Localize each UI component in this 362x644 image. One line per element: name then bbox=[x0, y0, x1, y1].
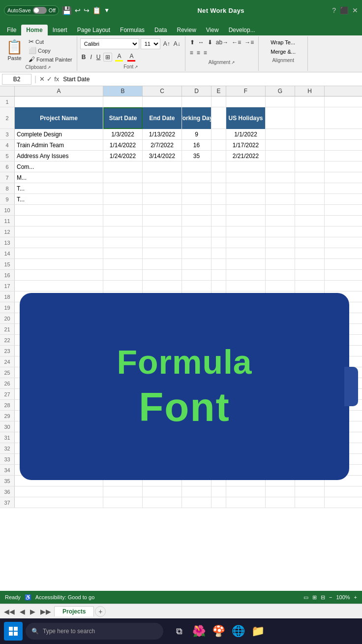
cell-b5[interactable]: 1/24/2022 bbox=[103, 151, 143, 161]
tab-review[interactable]: Review bbox=[172, 25, 201, 35]
cell-f9[interactable] bbox=[226, 194, 266, 204]
cell-d36[interactable] bbox=[182, 486, 211, 497]
cell-h7[interactable] bbox=[295, 172, 325, 183]
cell-d6[interactable] bbox=[182, 161, 211, 172]
cell-e1[interactable] bbox=[211, 97, 226, 107]
cell-f13[interactable] bbox=[226, 237, 266, 248]
cell-c11[interactable] bbox=[143, 216, 182, 226]
cell-b15[interactable] bbox=[103, 259, 143, 269]
task-view-button[interactable]: ⧉ bbox=[170, 622, 188, 640]
cell-a9[interactable]: T... bbox=[15, 194, 103, 204]
cell-a11[interactable] bbox=[15, 216, 103, 226]
cell-d8[interactable] bbox=[182, 183, 211, 193]
cell-a36[interactable] bbox=[15, 486, 103, 497]
page-view-normal[interactable]: ▭ bbox=[303, 594, 308, 601]
align-center-button[interactable]: ≡ bbox=[195, 49, 202, 57]
cell-e17[interactable] bbox=[211, 281, 226, 291]
cell-e15[interactable] bbox=[211, 259, 226, 269]
col-header-c[interactable]: C bbox=[143, 86, 182, 96]
taskbar-search-box[interactable]: 🔍 Type here to search bbox=[26, 623, 163, 640]
cell-h4[interactable] bbox=[295, 140, 325, 150]
cell-h16[interactable] bbox=[295, 270, 325, 280]
cell-b10[interactable] bbox=[103, 205, 143, 215]
cell-e9[interactable] bbox=[211, 194, 226, 204]
cell-c4[interactable]: 2/7/2022 bbox=[143, 140, 182, 150]
autosave-toggle[interactable] bbox=[33, 7, 47, 14]
cell-c6[interactable] bbox=[143, 161, 182, 172]
cell-g36[interactable] bbox=[266, 486, 295, 497]
add-sheet-button[interactable]: + bbox=[95, 606, 106, 617]
merge-cells-button[interactable]: Merge &... bbox=[269, 48, 298, 56]
align-bottom-button[interactable]: ⬇ bbox=[206, 38, 214, 46]
wrap-text-button[interactable]: Wrap Te... bbox=[269, 38, 298, 46]
autosave-badge[interactable]: AutoSave Off bbox=[4, 5, 59, 15]
cell-b4[interactable]: 1/14/2022 bbox=[103, 140, 143, 150]
cell-g3[interactable] bbox=[266, 129, 295, 139]
clipboard-expand-icon[interactable]: ↗ bbox=[47, 65, 51, 70]
cell-c1[interactable] bbox=[143, 97, 182, 107]
tab-insert[interactable]: Insert bbox=[48, 25, 72, 35]
cell-g37[interactable] bbox=[266, 497, 295, 508]
confirm-formula-icon[interactable]: ✓ bbox=[47, 75, 52, 83]
cell-d17[interactable] bbox=[182, 281, 211, 291]
cell-f14[interactable] bbox=[226, 248, 266, 258]
cell-h9[interactable] bbox=[295, 194, 325, 204]
undo-icon[interactable]: ↩ bbox=[75, 6, 81, 14]
mushroom-icon[interactable]: 🍄 bbox=[210, 622, 227, 640]
cell-c7[interactable] bbox=[143, 172, 182, 183]
cell-g2[interactable] bbox=[266, 107, 295, 129]
cell-d14[interactable] bbox=[182, 248, 211, 258]
sheet-tab-projects[interactable]: Projects bbox=[54, 606, 94, 616]
fill-color-button[interactable]: A bbox=[114, 52, 124, 62]
decrease-font-button[interactable]: A↓ bbox=[172, 40, 182, 48]
cell-c13[interactable] bbox=[143, 237, 182, 248]
cell-f6[interactable] bbox=[226, 161, 266, 172]
cell-g1[interactable] bbox=[266, 97, 295, 107]
cell-a13[interactable] bbox=[15, 237, 103, 248]
cell-h15[interactable] bbox=[295, 259, 325, 269]
cell-d9[interactable] bbox=[182, 194, 211, 204]
cell-a5[interactable]: Address Any Issues bbox=[15, 151, 103, 161]
cell-e36[interactable] bbox=[211, 486, 226, 497]
clipboard-icon[interactable]: 📋 bbox=[92, 6, 101, 14]
quick-access-more[interactable]: ▼ bbox=[104, 7, 110, 14]
cell-b6[interactable] bbox=[103, 161, 143, 172]
cell-e37[interactable] bbox=[211, 497, 226, 508]
cell-a7[interactable]: M... bbox=[15, 172, 103, 183]
cell-h5[interactable] bbox=[295, 151, 325, 161]
cell-h36[interactable] bbox=[295, 486, 325, 497]
cell-h11[interactable] bbox=[295, 216, 325, 226]
header-cell-us-holidays[interactable]: US Holidays bbox=[226, 107, 266, 129]
cell-e14[interactable] bbox=[211, 248, 226, 258]
format-painter-button[interactable]: 🖌 Format Painter bbox=[27, 55, 74, 64]
cell-b17[interactable] bbox=[103, 281, 143, 291]
cell-h3[interactable] bbox=[295, 129, 325, 139]
cell-a16[interactable] bbox=[15, 270, 103, 280]
tab-view[interactable]: View bbox=[201, 25, 224, 35]
cell-h14[interactable] bbox=[295, 248, 325, 258]
cell-a4[interactable]: Train Admin Team bbox=[15, 140, 103, 150]
cell-b13[interactable] bbox=[103, 237, 143, 248]
file-explorer-icon[interactable]: 📁 bbox=[249, 622, 267, 640]
cell-c15[interactable] bbox=[143, 259, 182, 269]
cell-f5[interactable]: 2/21/2022 bbox=[226, 151, 266, 161]
cell-a1[interactable] bbox=[15, 97, 103, 107]
edge-browser-icon[interactable]: 🌐 bbox=[229, 622, 247, 640]
cell-h6[interactable] bbox=[295, 161, 325, 172]
col-header-h[interactable]: H bbox=[295, 86, 325, 96]
cell-c36[interactable] bbox=[143, 486, 182, 497]
font-name-select[interactable]: Calibri bbox=[80, 38, 139, 49]
cell-a3[interactable]: Complete Design bbox=[15, 129, 103, 139]
cell-h12[interactable] bbox=[295, 226, 325, 237]
cell-a15[interactable] bbox=[15, 259, 103, 269]
underline-button[interactable]: U bbox=[95, 53, 102, 61]
cell-b14[interactable] bbox=[103, 248, 143, 258]
cell-g6[interactable] bbox=[266, 161, 295, 172]
cell-a6[interactable]: Com... bbox=[15, 161, 103, 172]
cell-c37[interactable] bbox=[143, 497, 182, 508]
cell-e12[interactable] bbox=[211, 226, 226, 237]
cell-d37[interactable] bbox=[182, 497, 211, 508]
cell-g4[interactable] bbox=[266, 140, 295, 150]
cancel-formula-icon[interactable]: ✕ bbox=[39, 75, 45, 83]
cell-h13[interactable] bbox=[295, 237, 325, 248]
